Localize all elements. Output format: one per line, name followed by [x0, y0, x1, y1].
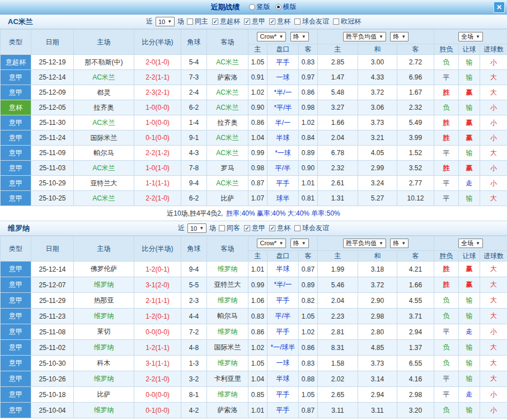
filter-label: 意超杯: [220, 17, 240, 26]
match-row: 意甲25-10-26维罗纳2-2(1-0)3-2卡利亚里1.04半球0.882.…: [1, 371, 507, 387]
cell-avg3: 2.32: [397, 100, 434, 115]
cell-avg3: 3.52: [397, 161, 434, 176]
cell-type: 意甲: [1, 387, 31, 403]
scope-dropdown[interactable]: 全场▼: [458, 239, 483, 248]
col-header-away: 客场: [207, 236, 248, 262]
cell-goals: 小: [480, 176, 507, 191]
cell-avg2: 2.99: [358, 161, 397, 176]
cell-home: 帕尔马: [74, 146, 134, 161]
avg-source-dropdown[interactable]: 胜平负均值▼: [343, 32, 386, 41]
avg-time-dropdown[interactable]: 终▼: [390, 239, 409, 248]
checkbox-icon[interactable]: ✓: [244, 18, 250, 25]
cell-avg2: 3.11: [358, 403, 397, 418]
col-header-avg-draw: 和: [358, 44, 397, 55]
cell-goals: 小: [480, 100, 507, 115]
cell-date: 25-10-30: [31, 356, 74, 371]
cell-home: 维罗纳: [74, 340, 134, 356]
cell-type: 意甲: [1, 146, 31, 161]
checkbox-icon[interactable]: [294, 18, 301, 25]
cell-wdl: 负: [434, 403, 459, 418]
cell-letgoal: 赢: [459, 262, 480, 277]
radio-vertical-icon[interactable]: [249, 4, 255, 10]
cell-away: 维罗纳: [207, 356, 248, 371]
scope-dropdown[interactable]: 全场▼: [458, 32, 483, 41]
odds-source-value: Crow*: [260, 240, 276, 246]
radio-horizontal-icon[interactable]: [275, 4, 281, 10]
cell-home: 比萨: [74, 387, 134, 403]
radio-vertical-label[interactable]: 竖版: [257, 2, 270, 12]
col-header-date: 日期: [31, 236, 74, 262]
col-header-type: 类型: [1, 30, 31, 55]
cell-avg1: 2.81: [318, 324, 358, 340]
col-header-letgoal: 让球: [459, 44, 480, 55]
summary-record: 近10场,胜4平4负2,: [167, 209, 223, 218]
col-header-avg-away: 客: [397, 251, 434, 262]
odds-source-dropdown[interactable]: Crow*▼: [257, 239, 286, 248]
cell-avg1: 1.58: [318, 356, 358, 371]
checkbox-icon[interactable]: ✓: [244, 225, 250, 231]
cell-goals: 小: [480, 324, 507, 340]
cell-wdl: 平: [434, 70, 459, 85]
cell-date: 25-10-26: [31, 371, 74, 387]
cell-score: 0-0(0-0): [134, 324, 181, 340]
avg-source-value: 胜平负均值: [346, 32, 377, 41]
chevron-down-icon: ▼: [279, 34, 283, 39]
cell-wdl: 胜: [434, 277, 459, 293]
cell-handicap: 一球: [267, 70, 299, 85]
competition-filters: 同主✓意超杯✓意甲✓意杯球会友谊欧冠杯: [187, 17, 361, 26]
odds-time-dropdown[interactable]: 终▼: [290, 32, 309, 41]
cell-goals: 小: [480, 130, 507, 146]
cell-type: 意甲: [1, 262, 31, 277]
cell-date: 25-11-03: [31, 161, 74, 176]
cell-handicap: *平/半: [267, 100, 299, 115]
cell-handicap: 平手: [267, 387, 299, 403]
close-button[interactable]: ✕: [494, 2, 505, 13]
cell-wdl: 胜: [434, 130, 459, 146]
chevron-down-icon: ▼: [476, 34, 480, 39]
cell-type: 意甲: [1, 293, 31, 309]
cell-corner: 4-2: [181, 403, 207, 418]
checkbox-icon[interactable]: [294, 225, 301, 231]
matches-table-verona: 类型 日期 主场 比分(半场) 角球 客场 Crow*▼ 终▼ 胜平负均值▼ 终…: [0, 236, 507, 418]
filter-item: 球会友谊: [294, 17, 329, 26]
scope-header-group: 全场▼: [434, 30, 507, 44]
cell-goals: 大: [480, 309, 507, 324]
checkbox-icon[interactable]: [187, 18, 193, 25]
cell-avg1: 2.23: [318, 309, 358, 324]
cell-wdl: 负: [434, 100, 459, 115]
avg-time-dropdown[interactable]: 终▼: [390, 32, 409, 41]
cell-avg3: 2.98: [397, 387, 434, 403]
cell-date: 25-11-30: [31, 115, 74, 130]
checkbox-icon[interactable]: [333, 18, 339, 25]
filter-item: ✓意甲: [244, 223, 265, 233]
avg-source-dropdown[interactable]: 胜平负均值▼: [343, 239, 386, 248]
cell-date: 25-12-14: [31, 262, 74, 277]
match-count-dropdown[interactable]: 10 ▼: [156, 17, 175, 26]
cell-home: 拉齐奥: [74, 100, 134, 115]
col-header-corner: 角球: [181, 236, 207, 262]
cell-score: 1-2(1-1): [134, 340, 181, 356]
cell-wdl: 平: [434, 324, 459, 340]
cell-type: 意甲: [1, 161, 31, 176]
checkbox-icon[interactable]: ✓: [212, 18, 218, 25]
checkbox-icon[interactable]: [219, 225, 225, 231]
col-header-type: 类型: [1, 236, 31, 262]
cell-handicap: 平手: [267, 403, 299, 418]
cell-odds2: 0.81: [299, 191, 318, 206]
filter-item: 球会友谊: [294, 223, 329, 233]
cell-avg2: 2.90: [358, 293, 397, 309]
cell-avg1: 2.65: [318, 387, 358, 403]
match-count-dropdown[interactable]: 10 ▼: [187, 223, 206, 233]
checkbox-icon[interactable]: ✓: [269, 18, 275, 25]
cell-corner: 8-1: [181, 387, 207, 403]
odds-source-dropdown[interactable]: Crow*▼: [257, 32, 286, 41]
match-row: 意甲25-11-23维罗纳1-2(0-1)4-4帕尔马0.83平/半1.052.…: [1, 309, 507, 324]
cell-corner: 1-3: [181, 356, 207, 371]
radio-horizontal-label[interactable]: 横版: [283, 2, 297, 12]
cell-avg2: 5.27: [358, 191, 397, 206]
cell-avg1: 2.02: [318, 371, 358, 387]
cell-corner: 3-2: [181, 371, 207, 387]
odds-time-dropdown[interactable]: 终▼: [290, 239, 309, 248]
cell-away: 维罗纳: [207, 293, 248, 309]
checkbox-icon[interactable]: ✓: [269, 225, 275, 231]
